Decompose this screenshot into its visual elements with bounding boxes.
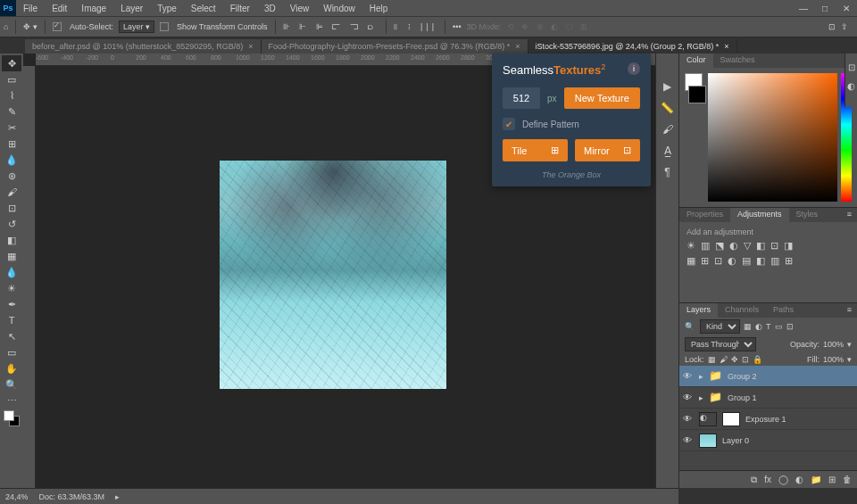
lock-pixels-icon[interactable]: 🖌 xyxy=(720,355,728,364)
delete-layer-icon[interactable]: 🗑 xyxy=(843,475,852,484)
eyedropper-tool[interactable]: 💧 xyxy=(2,152,21,168)
auto-select-checkbox[interactable] xyxy=(53,22,62,31)
char-panel-icon[interactable]: A̲ xyxy=(664,145,671,157)
texture-size-input[interactable] xyxy=(503,87,540,109)
frame-tool[interactable]: ⊞ xyxy=(2,136,21,152)
visibility-icon[interactable]: 👁 xyxy=(683,392,694,402)
healing-tool[interactable]: ⊛ xyxy=(2,168,21,184)
marquee-tool[interactable]: ▭ xyxy=(2,71,21,87)
visibility-icon[interactable]: 👁 xyxy=(683,435,694,445)
invert-icon[interactable]: ◐ xyxy=(728,255,736,267)
paths-tab[interactable]: Paths xyxy=(766,303,801,318)
hand-tool[interactable]: ✋ xyxy=(2,360,21,376)
properties-tab[interactable]: Properties xyxy=(679,208,730,222)
threshold-icon[interactable]: ◧ xyxy=(756,255,765,267)
menu-select[interactable]: Select xyxy=(184,2,223,15)
layer-mask-icon[interactable]: ◯ xyxy=(778,475,788,484)
canvas-area[interactable]: -600-400-2000200400600800100012001400160… xyxy=(23,54,655,488)
color-lookup-icon[interactable]: ⊡ xyxy=(714,255,722,267)
visibility-icon[interactable]: 👁 xyxy=(683,414,694,424)
more-icon[interactable]: ••• xyxy=(453,22,461,31)
doc-size[interactable]: Doc: 63.3M/63.3M xyxy=(39,492,105,501)
dodge-tool[interactable]: ☀ xyxy=(2,280,21,296)
layer-row[interactable]: 👁 Layer 0 xyxy=(679,430,857,451)
lock-artboard-icon[interactable]: ⊡ xyxy=(742,355,749,364)
filter-pixel-icon[interactable]: ▦ xyxy=(744,322,752,331)
layer-row[interactable]: 👁 ▸ 📁 Group 1 xyxy=(679,387,857,409)
doc-tab-1[interactable]: Food-Photography-Lightroom-Presets-Free.… xyxy=(262,39,528,54)
photo-filter-icon[interactable]: ▦ xyxy=(686,255,695,267)
vibrance-icon[interactable]: ▽ xyxy=(744,240,751,252)
lock-all-icon[interactable]: 🔒 xyxy=(753,355,762,364)
menu-image[interactable]: Image xyxy=(74,2,113,15)
show-transform-checkbox[interactable] xyxy=(160,22,169,31)
link-layers-icon[interactable]: ⧉ xyxy=(751,475,757,485)
share-icon[interactable]: ⇪ xyxy=(841,22,848,31)
gradient-tool[interactable]: ▦ xyxy=(2,248,21,264)
stamp-tool[interactable]: ⊡ xyxy=(2,200,21,216)
zoom-tool[interactable]: 🔍 xyxy=(2,376,21,392)
posterize-icon[interactable]: ▤ xyxy=(742,255,751,267)
expand-icon[interactable]: ▸ xyxy=(699,372,703,381)
brush-presets-icon[interactable]: 🖌 xyxy=(662,123,673,136)
levels-icon[interactable]: ▥ xyxy=(701,240,710,252)
close-icon[interactable]: × xyxy=(515,42,520,51)
new-group-icon[interactable]: 📁 xyxy=(811,475,821,484)
filter-adjust-icon[interactable]: ◐ xyxy=(755,322,762,331)
background-swatch[interactable] xyxy=(688,86,706,103)
foreground-background-colors[interactable] xyxy=(4,410,20,426)
new-adjustment-icon[interactable]: ◐ xyxy=(795,475,803,484)
adjustments-tab[interactable]: Adjustments xyxy=(730,208,789,222)
selective-color-icon[interactable]: ⊞ xyxy=(785,255,793,267)
tile-button[interactable]: Tile⊞ xyxy=(503,139,568,161)
strip-icon[interactable]: ◐ xyxy=(847,81,855,91)
strip-icon[interactable]: ⊡ xyxy=(848,62,855,72)
quick-select-tool[interactable]: ✎ xyxy=(2,103,21,120)
define-pattern-checkbox[interactable]: ✔ xyxy=(503,118,515,130)
history-brush-tool[interactable]: ↺ xyxy=(2,216,21,232)
blend-mode-select[interactable]: Pass Through xyxy=(685,337,756,351)
layers-tab[interactable]: Layers xyxy=(679,303,718,318)
auto-select-target[interactable]: Layer ▾ xyxy=(119,21,154,33)
doc-tab-0[interactable]: before_after.psd @ 101% (shutterstock_85… xyxy=(25,39,262,54)
lock-transparency-icon[interactable]: ▦ xyxy=(708,355,716,364)
opacity-value[interactable]: 100% xyxy=(823,340,844,349)
menu-3d[interactable]: 3D xyxy=(257,2,283,15)
type-tool[interactable]: T xyxy=(2,312,21,328)
new-texture-button[interactable]: New Texture xyxy=(564,87,640,109)
eraser-tool[interactable]: ◧ xyxy=(2,232,21,248)
menu-help[interactable]: Help xyxy=(362,2,395,15)
color-tab[interactable]: Color xyxy=(679,54,713,68)
bw-icon[interactable]: ◨ xyxy=(784,240,793,252)
crop-tool[interactable]: ✂ xyxy=(2,120,21,136)
channels-tab[interactable]: Channels xyxy=(718,303,766,318)
layer-fx-icon[interactable]: fx xyxy=(764,475,771,484)
swatches-tab[interactable]: Swatches xyxy=(713,54,762,68)
menu-window[interactable]: Window xyxy=(316,2,362,15)
align-icons[interactable]: ⊪ ⊩ ⊫ ⫍ ⫎ ⫐ xyxy=(283,22,379,31)
styles-tab[interactable]: Styles xyxy=(789,208,826,222)
filter-smart-icon[interactable]: ⊡ xyxy=(786,322,794,331)
layer-filter-kind[interactable]: Kind xyxy=(700,319,740,334)
panel-menu-icon[interactable]: ≡ xyxy=(842,303,857,318)
document-canvas[interactable] xyxy=(220,161,446,389)
shape-tool[interactable]: ▭ xyxy=(2,344,21,360)
panel-menu-icon[interactable]: ≡ xyxy=(842,208,857,222)
para-panel-icon[interactable]: ¶ xyxy=(664,166,670,178)
close-icon[interactable]: × xyxy=(248,42,253,51)
more-tools[interactable]: ⋯ xyxy=(2,392,21,409)
lasso-tool[interactable]: ⌇ xyxy=(2,87,21,103)
brightness-icon[interactable]: ☀ xyxy=(686,240,695,252)
color-picker[interactable] xyxy=(708,73,837,202)
exposure-icon[interactable]: ◐ xyxy=(729,240,738,252)
move-tool[interactable]: ✥ xyxy=(2,55,21,71)
expand-icon[interactable]: ▸ xyxy=(699,393,703,402)
menu-layer[interactable]: Layer xyxy=(113,2,150,15)
distribute-icons[interactable]: ⫴ ⫶ ||| xyxy=(394,22,437,32)
menu-view[interactable]: View xyxy=(283,2,317,15)
colorbalance-icon[interactable]: ⊡ xyxy=(770,240,778,252)
brush-tool[interactable]: 🖌 xyxy=(2,184,21,200)
play-icon[interactable]: ▶ xyxy=(663,80,671,93)
window-maximize[interactable]: □ xyxy=(814,0,836,16)
layer-row[interactable]: 👁 ▸ 📁 Group 2 xyxy=(679,366,857,387)
